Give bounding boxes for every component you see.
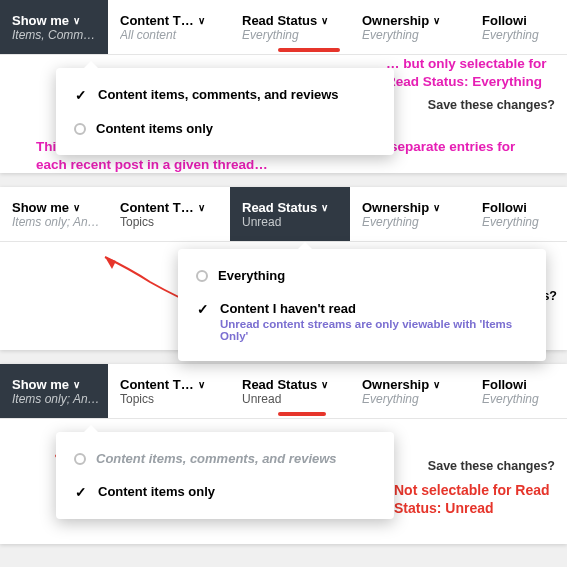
filter-label: Show me <box>12 377 69 392</box>
filter-value: Everything <box>242 28 337 42</box>
filter-label: Content T… <box>120 13 194 28</box>
filter-value: Topics <box>120 392 215 406</box>
filter-value: Everything <box>482 215 557 229</box>
filter-following[interactable]: Followi Everything <box>470 187 565 241</box>
filter-value: Unread <box>242 215 337 229</box>
filter-label: Read Status <box>242 200 317 215</box>
chevron-down-icon: ∨ <box>73 15 80 26</box>
filter-ownership[interactable]: Ownership∨ Everything <box>350 187 470 241</box>
option-havent-read[interactable]: ✓ Content I haven't read Unread content … <box>178 292 546 351</box>
check-icon: ✓ <box>74 87 88 103</box>
filter-bar: Show me∨ Items only; An… Content T…∨ Top… <box>0 187 567 242</box>
filter-read-status[interactable]: Read Status∨ Unread <box>230 187 350 241</box>
chevron-down-icon: ∨ <box>198 379 205 390</box>
filter-label: Followi <box>482 200 527 215</box>
filter-label: Ownership <box>362 377 429 392</box>
filter-label: Ownership <box>362 13 429 28</box>
chevron-down-icon: ∨ <box>73 379 80 390</box>
radio-icon <box>74 453 86 465</box>
filter-read-status[interactable]: Read Status∨ Unread <box>230 364 350 418</box>
option-label: Everything <box>218 268 285 283</box>
filter-following[interactable]: Followi Everything <box>470 364 565 418</box>
filter-show-me[interactable]: Show me∨ Items only; An… <box>0 187 108 241</box>
filter-value: Items, Comm… <box>12 28 100 42</box>
filter-label: Read Status <box>242 377 317 392</box>
option-note: Unread content streams are only viewable… <box>220 318 528 342</box>
option-items-comments-reviews[interactable]: ✓ Content items, comments, and reviews <box>56 78 394 112</box>
chevron-down-icon: ∨ <box>321 202 328 213</box>
chevron-down-icon: ∨ <box>433 379 440 390</box>
option-label: Content I haven't read <box>220 301 528 316</box>
chevron-down-icon: ∨ <box>198 15 205 26</box>
option-label: Content items, comments, and reviews <box>98 87 339 102</box>
filter-value: Everything <box>362 215 457 229</box>
filter-value: Everything <box>362 392 457 406</box>
filter-following[interactable]: Followi Everything <box>470 0 565 54</box>
filter-value: Unread <box>242 392 337 406</box>
annotation-text-red: Not selectable for Read Status: Unread <box>394 482 559 517</box>
filter-value: Everything <box>362 28 457 42</box>
filter-value: Items only; An… <box>12 215 100 229</box>
save-changes-link[interactable]: Save these changes? <box>428 98 555 112</box>
filter-value: Items only; An… <box>12 392 100 406</box>
option-items-comments-reviews-disabled: Content items, comments, and reviews <box>56 442 394 475</box>
panel-3: Show me∨ Items only; An… Content T…∨ Top… <box>0 364 567 544</box>
radio-icon <box>74 123 86 135</box>
chevron-down-icon: ∨ <box>321 15 328 26</box>
filter-value: All content <box>120 28 215 42</box>
filter-bar: Show me∨ Items only; An… Content T…∨ Top… <box>0 364 567 419</box>
annotation-underline <box>278 48 340 52</box>
filter-label: Followi <box>482 13 527 28</box>
filter-content-type[interactable]: Content T…∨ Topics <box>108 187 230 241</box>
chevron-down-icon: ∨ <box>73 202 80 213</box>
dropdown-read-status: Everything ✓ Content I haven't read Unre… <box>178 249 546 361</box>
save-changes-link[interactable]: Save these changes? <box>428 459 555 473</box>
filter-bar: Show me∨ Items, Comm… Content T…∨ All co… <box>0 0 567 55</box>
chevron-down-icon: ∨ <box>198 202 205 213</box>
option-label: Content items only <box>98 484 215 499</box>
filter-read-status[interactable]: Read Status∨ Everything <box>230 0 350 54</box>
filter-label: Show me <box>12 200 69 215</box>
chevron-down-icon: ∨ <box>321 379 328 390</box>
svg-marker-0 <box>105 257 116 269</box>
filter-label: Read Status <box>242 13 317 28</box>
filter-content-type[interactable]: Content T…∨ Topics <box>108 364 230 418</box>
filter-show-me[interactable]: Show me∨ Items, Comm… <box>0 0 108 54</box>
filter-label: Followi <box>482 377 527 392</box>
radio-icon <box>196 270 208 282</box>
filter-value: Everything <box>482 392 557 406</box>
filter-label: Content T… <box>120 377 194 392</box>
panel-1: Show me∨ Items, Comm… Content T…∨ All co… <box>0 0 567 173</box>
check-icon: ✓ <box>196 301 210 317</box>
filter-label: Content T… <box>120 200 194 215</box>
check-icon: ✓ <box>74 484 88 500</box>
filter-value: Topics <box>120 215 215 229</box>
option-items-only[interactable]: ✓ Content items only <box>56 475 394 509</box>
chevron-down-icon: ∨ <box>433 202 440 213</box>
annotation-underline <box>278 412 326 416</box>
annotation-text-pink-right: … but only selectable for Read Status: E… <box>386 55 561 90</box>
filter-ownership[interactable]: Ownership∨ Everything <box>350 0 470 54</box>
dropdown-show-me: ✓ Content items, comments, and reviews C… <box>56 68 394 155</box>
filter-label: Show me <box>12 13 69 28</box>
filter-ownership[interactable]: Ownership∨ Everything <box>350 364 470 418</box>
option-label: Content items only <box>96 121 213 136</box>
filter-label: Ownership <box>362 200 429 215</box>
option-everything[interactable]: Everything <box>178 259 546 292</box>
chevron-down-icon: ∨ <box>433 15 440 26</box>
filter-show-me[interactable]: Show me∨ Items only; An… <box>0 364 108 418</box>
dropdown-show-me: Content items, comments, and reviews ✓ C… <box>56 432 394 519</box>
option-items-only[interactable]: Content items only <box>56 112 394 145</box>
filter-value: Everything <box>482 28 557 42</box>
panel-2: Show me∨ Items only; An… Content T…∨ Top… <box>0 187 567 350</box>
option-label: Content items, comments, and reviews <box>96 451 337 466</box>
filter-content-type[interactable]: Content T…∨ All content <box>108 0 230 54</box>
